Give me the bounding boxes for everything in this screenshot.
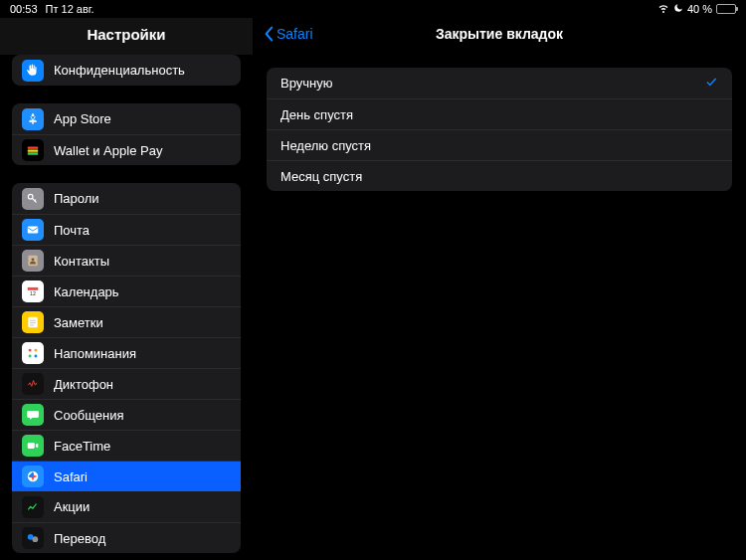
checkmark-icon [704,75,718,92]
mail-icon [22,219,44,241]
sidebar-item-contacts[interactable]: Контакты [12,245,241,276]
sidebar-title: Настройки [0,18,253,55]
sidebar-item-safari[interactable]: Safari [12,461,241,491]
back-button[interactable]: Safari [263,26,313,42]
sidebar-item-translate[interactable]: Перевод [12,522,241,553]
sidebar-item-privacy[interactable]: Конфиденциальность [12,55,241,86]
svg-rect-4 [28,227,39,234]
detail-pane: Safari Закрытие вкладок ВручнуюДень спус… [253,0,746,560]
sidebar-item-notes[interactable]: Заметки [12,306,241,337]
back-label: Safari [277,26,313,42]
reminders-icon [22,342,44,364]
calendar-icon: 12 [22,280,44,302]
notes-icon [22,311,44,333]
svg-rect-1 [28,149,39,151]
appstore-icon [22,108,44,130]
status-date: Пт 12 авг. [46,3,94,15]
svg-point-12 [34,349,37,352]
svg-point-14 [34,354,37,357]
sidebar-item-label: Сообщения [54,408,124,423]
status-bar: 00:53 Пт 12 авг. 40 % [0,0,746,18]
voice-icon [22,373,44,395]
stocks-icon [22,496,44,518]
sidebar-item-label: Календарь [54,284,119,299]
svg-point-11 [29,349,32,352]
option-label: Вручную [280,76,332,91]
sidebar-item-label: Safari [54,469,88,484]
sidebar-item-stocks[interactable]: Акции [12,491,241,522]
sidebar-item-label: Конфиденциальность [54,63,185,78]
option-label: День спустя [280,107,353,122]
wallet-icon [22,139,44,161]
contacts-icon [22,250,44,272]
sidebar-item-voicememos[interactable]: Диктофон [12,368,241,399]
messages-icon [22,404,44,426]
sidebar-item-label: Диктофон [54,377,113,392]
wifi-icon [657,2,669,16]
hand-icon [22,60,44,82]
sidebar-item-appstore[interactable]: App Store [12,103,241,134]
status-time: 00:53 [10,3,38,15]
sidebar-item-label: Перевод [54,531,105,546]
svg-rect-2 [28,152,39,154]
svg-text:12: 12 [30,290,36,296]
sidebar-item-mail[interactable]: Почта [12,214,241,245]
close-tabs-option[interactable]: Неделю спустя [267,129,732,160]
sidebar-group: ПаролиПочтаКонтакты12КалендарьЗаметкиНап… [12,183,241,553]
sidebar-item-label: Контакты [54,254,109,269]
close-tabs-option[interactable]: Месяц спустя [267,160,732,191]
option-label: Месяц спустя [280,169,362,184]
sidebar-item-reminders[interactable]: Напоминания [12,337,241,368]
svg-point-18 [32,536,38,542]
battery-text: 40 % [687,3,712,15]
sidebar-item-label: Заметки [54,315,103,330]
moon-icon [673,3,683,15]
sidebar: Настройки Конфиденциальность App StoreWa… [0,0,253,560]
sidebar-item-label: Почта [54,223,90,238]
svg-rect-10 [28,317,37,328]
sidebar-item-passwords[interactable]: Пароли [12,183,241,214]
close-tabs-option[interactable]: День спустя [267,98,732,129]
close-tabs-option[interactable]: Вручную [267,68,732,98]
safari-icon [22,466,44,487]
facetime-icon [22,435,44,457]
sidebar-item-calendar[interactable]: 12Календарь [12,276,241,306]
svg-point-3 [28,194,33,199]
battery-icon [716,4,736,14]
sidebar-group: Конфиденциальность [12,55,241,86]
svg-point-13 [29,354,32,357]
detail-header: Safari Закрытие вкладок [253,18,746,50]
sidebar-item-label: App Store [54,111,111,126]
translate-icon [22,527,44,549]
sidebar-item-label: Напоминания [54,346,136,361]
sidebar-item-messages[interactable]: Сообщения [12,399,241,430]
chevron-left-icon [263,26,275,42]
svg-point-6 [32,258,35,261]
sidebar-item-label: Акции [54,499,90,514]
sidebar-item-label: Wallet и Apple Pay [54,143,162,158]
options-group: ВручнуюДень спустяНеделю спустяМесяц спу… [267,68,732,191]
option-label: Неделю спустя [280,138,371,153]
svg-rect-0 [28,147,39,149]
sidebar-group: App StoreWallet и Apple Pay [12,103,241,165]
sidebar-item-wallet[interactable]: Wallet и Apple Pay [12,134,241,165]
detail-title: Закрытие вкладок [436,26,563,42]
key-icon [22,188,44,210]
sidebar-item-label: Пароли [54,191,99,206]
sidebar-item-facetime[interactable]: FaceTime [12,430,241,461]
svg-rect-15 [28,443,35,449]
sidebar-item-label: FaceTime [54,439,110,454]
